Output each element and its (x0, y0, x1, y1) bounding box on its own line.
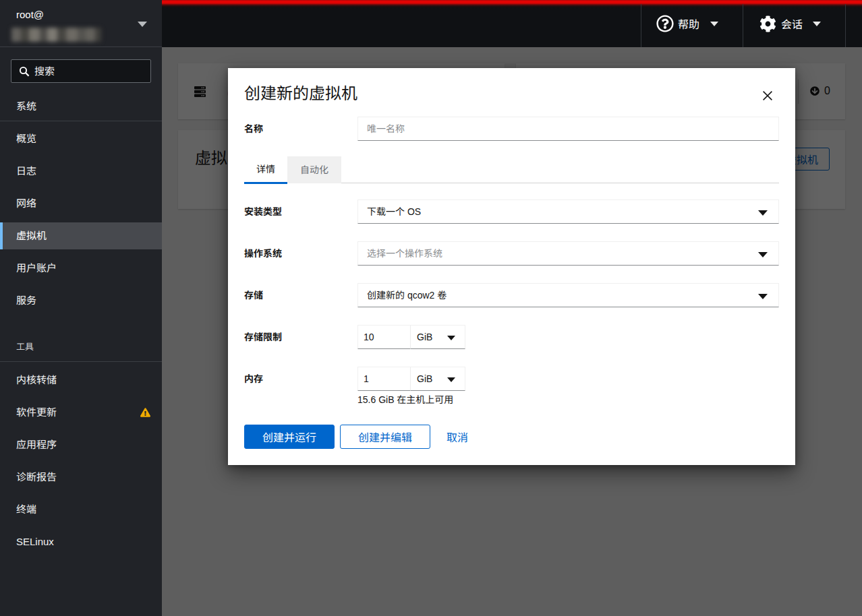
sidebar: root@ 系统概览日志网络虚拟机用户账户服务工具内核转储软件更新应用程序诊断报… (0, 0, 162, 616)
storage-label: 存储 (244, 283, 263, 307)
session-caret-down-icon (813, 22, 821, 26)
storage-limit-input[interactable] (357, 325, 411, 349)
sidebar-item-machines[interactable]: 虚拟机 (0, 222, 162, 249)
search-icon (19, 66, 30, 77)
session-menu[interactable]: 会话 (743, 0, 845, 47)
sidebar-item-selinux[interactable]: SELinux (0, 528, 162, 555)
installation-type-select[interactable]: 下载一个 OS (357, 199, 779, 224)
sidebar-item-network[interactable]: 网络 (0, 190, 162, 217)
installation-type-label: 安装类型 (244, 199, 282, 224)
sidebar-item-reports[interactable]: 诊断报告 (0, 464, 162, 491)
host-switcher[interactable]: root@ (0, 0, 162, 47)
close-button[interactable] (756, 84, 779, 107)
masthead: 帮助 会话 (162, 0, 862, 47)
operating-system-select[interactable]: 选择一个操作系统 (357, 241, 779, 266)
sidebar-item-kdump[interactable]: 内核转储 (0, 367, 162, 394)
nav-separator (0, 361, 162, 362)
vm-name-input[interactable] (358, 118, 778, 140)
modal-footer: 创建并运行 创建并编辑 取消 (244, 425, 479, 449)
tab-details[interactable]: 详情 (244, 156, 287, 183)
cancel-button[interactable]: 取消 (436, 429, 479, 445)
tab-automation[interactable]: 自动化 (287, 156, 341, 183)
select-caret-icon (758, 294, 768, 299)
close-icon (762, 90, 773, 101)
memory-input[interactable] (357, 367, 411, 391)
help-caret-down-icon (710, 22, 718, 26)
sidebar-item-updates[interactable]: 软件更新 (0, 399, 162, 426)
sidebar-search (11, 59, 151, 83)
sidebar-item-system[interactable]: 系统 (0, 93, 162, 120)
select-caret-icon (758, 252, 768, 257)
name-label: 名称 (244, 117, 263, 141)
sidebar-item-services[interactable]: 服务 (0, 287, 162, 314)
create-and-edit-button[interactable]: 创建并编辑 (340, 425, 430, 449)
storage-limit-label: 存储限制 (244, 325, 282, 349)
host-caret-down-icon (138, 22, 147, 27)
select-caret-icon (758, 210, 768, 216)
memory-unit-select[interactable]: GiB (411, 367, 465, 391)
help-menu[interactable]: 帮助 (641, 0, 743, 47)
sidebar-item-logs[interactable]: 日志 (0, 158, 162, 185)
modal-title: 创建新的虚拟机 (244, 83, 357, 104)
select-caret-icon (447, 336, 455, 340)
question-circle-icon (656, 15, 674, 32)
storage-select[interactable]: 创建新的 qcow2 卷 (357, 283, 779, 307)
sidebar-item-terminal[interactable]: 终端 (0, 496, 162, 523)
storage-limit-unit-select[interactable]: GiB (411, 325, 465, 349)
sidebar-item-accounts[interactable]: 用户账户 (0, 255, 162, 282)
sidebar-item-overview[interactable]: 概览 (0, 125, 162, 152)
create-vm-modal: 创建新的虚拟机 名称 详情 自动化 安装类型 下载一个 OS 操作系统 选择一个… (228, 68, 795, 465)
warning-triangle-icon (140, 408, 150, 417)
create-and-run-button[interactable]: 创建并运行 (244, 425, 335, 449)
search-input[interactable] (34, 65, 142, 77)
nav-section-tools: 工具 (0, 339, 162, 355)
select-caret-icon (447, 377, 455, 382)
host-user-label: root@ (16, 9, 44, 20)
sidebar-item-apps[interactable]: 应用程序 (0, 431, 162, 458)
help-label: 帮助 (678, 16, 699, 32)
modal-tabs: 详情 自动化 (244, 156, 779, 183)
memory-label: 内存 (244, 367, 263, 391)
host-name-redacted (11, 28, 101, 42)
memory-helper-text: 15.6 GiB 在主机上可用 (357, 392, 453, 406)
operating-system-label: 操作系统 (244, 241, 282, 266)
masthead-divider (845, 4, 846, 47)
gear-icon (759, 16, 776, 32)
session-label: 会话 (781, 16, 803, 32)
nav-separator (0, 121, 162, 121)
